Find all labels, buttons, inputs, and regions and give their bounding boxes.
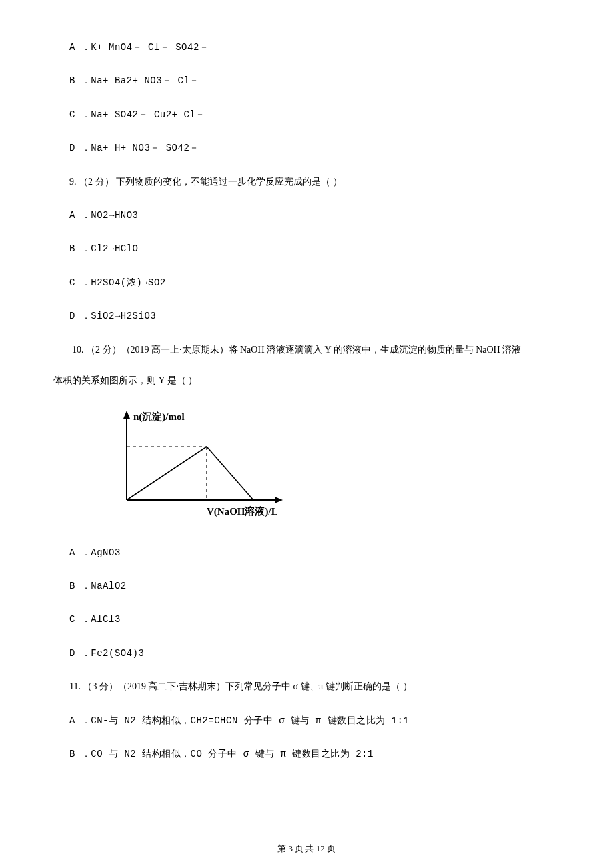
q10-figure: n(沉淀)/mol V(NaOH溶液)/L bbox=[107, 407, 560, 525]
q10-option-c: C ．AlCl3 bbox=[53, 612, 560, 627]
q9-option-b: B ．Cl2→HClO bbox=[53, 241, 560, 256]
q10-option-a: A ．AgNO3 bbox=[53, 545, 560, 560]
q8-option-d: D ．Na+ H+ NO3－ SO42－ bbox=[53, 141, 560, 155]
q11-option-a: A ．CN-与 N2 结构相似，CH2=CHCN 分子中 σ 键与 π 键数目之… bbox=[53, 713, 560, 728]
svg-text:V(NaOH溶液)/L: V(NaOH溶液)/L bbox=[207, 505, 278, 517]
q10-option-d: D ．Fe2(SO4)3 bbox=[53, 646, 560, 661]
q8-option-c: C ．Na+ SO42－ Cu2+ Cl－ bbox=[53, 107, 560, 122]
q8-option-b: B ．Na+ Ba2+ NO3－ Cl－ bbox=[53, 73, 560, 88]
page-footer: 第 3 页 共 12 页 bbox=[0, 842, 613, 856]
svg-marker-3 bbox=[275, 497, 283, 503]
svg-text:n(沉淀)/mol: n(沉淀)/mol bbox=[133, 411, 185, 423]
q11-stem: 11. （3 分）（2019 高二下·吉林期末）下列常见分子中 σ 键、π 键判… bbox=[53, 679, 560, 694]
q11-option-b: B ．CO 与 N2 结构相似，CO 分子中 σ 键与 π 键数目之比为 2:1 bbox=[53, 747, 560, 761]
svg-marker-1 bbox=[123, 411, 130, 419]
q10-option-b: B ．NaAlO2 bbox=[53, 579, 560, 593]
precipitate-chart-icon: n(沉淀)/mol V(NaOH溶液)/L bbox=[107, 407, 306, 520]
q9-stem: 9. （2 分） 下列物质的变化，不能通过一步化学反应完成的是（ ） bbox=[53, 175, 560, 189]
q10-stem-line2: 体积的关系如图所示，则 Y 是（ ） bbox=[53, 373, 560, 388]
q10-stem-line1: 10. （2 分）（2019 高一上·太原期末）将 NaOH 溶液逐滴滴入 Y … bbox=[53, 343, 560, 357]
q9-option-a: A ．NO2→HNO3 bbox=[53, 208, 560, 223]
document-page: A ．K+ MnO4－ Cl－ SO42－ B ．Na+ Ba2+ NO3－ C… bbox=[0, 0, 613, 868]
q9-option-c: C ．H2SO4(浓)→SO2 bbox=[53, 275, 560, 290]
q8-option-a: A ．K+ MnO4－ Cl－ SO42－ bbox=[53, 40, 560, 55]
q9-option-d: D ．SiO2→H2SiO3 bbox=[53, 309, 560, 323]
